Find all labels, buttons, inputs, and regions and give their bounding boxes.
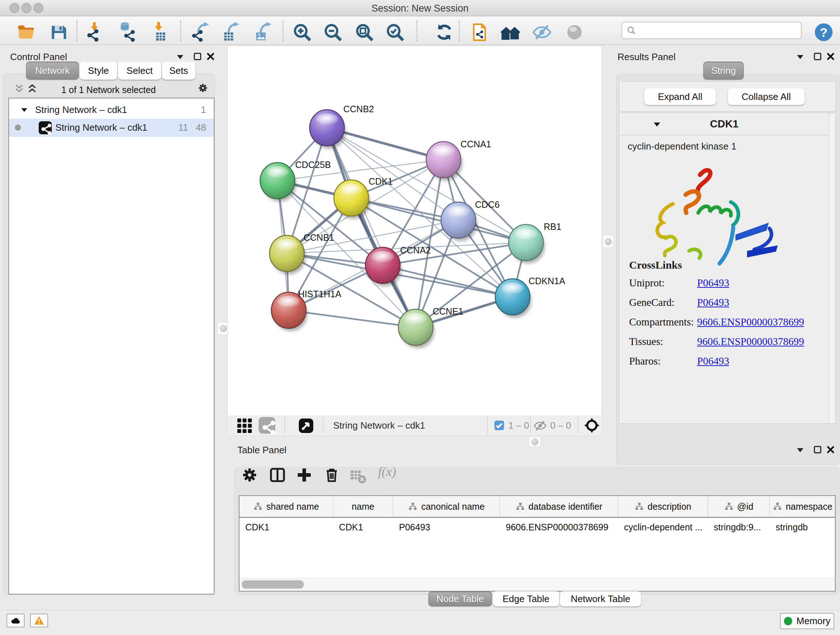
node-RB1[interactable] [508,225,545,264]
panel-float-icon[interactable] [812,444,823,455]
panel-menu-icon[interactable] [175,51,186,62]
delete-column-icon[interactable] [323,466,340,484]
node-CCNA1[interactable] [426,141,462,181]
results-scrollbar[interactable] [829,113,835,423]
panel-menu-icon[interactable] [795,445,806,455]
network-tree-row[interactable]: String Network – cdk1 11 48 [9,119,214,137]
import-table-icon[interactable] [150,22,170,42]
show-all-icon[interactable] [564,22,584,42]
node-CCNB1[interactable] [270,235,306,274]
tab-network-table[interactable]: Network Table [560,591,641,606]
save-session-icon[interactable] [49,22,69,42]
node-CDK1[interactable] [334,180,370,219]
collapse-all-button[interactable]: Collapse All [728,88,805,105]
help-icon[interactable] [813,22,834,42]
application-window: Session: New Session [0,0,840,635]
hidden-eye-icon[interactable] [533,419,547,432]
share-network-icon[interactable] [259,417,275,434]
crosslink-link[interactable]: P06493 [697,277,729,289]
function-builder-icon[interactable]: f(x) [378,464,396,479]
zoom-out-icon[interactable] [323,22,343,42]
panel-float-icon[interactable] [192,51,203,62]
cell-name[interactable]: CDK1 [333,517,393,537]
network-options-gear-icon[interactable] [197,82,208,93]
panel-close-icon[interactable] [825,444,836,455]
open-file-icon[interactable] [16,22,36,42]
column-header-shared-name[interactable]: shared name [240,496,333,517]
delete-table-icon[interactable] [349,468,366,485]
cell-database-identifier[interactable]: 9606.ENSP00000378699 [500,517,618,537]
tab-network[interactable]: Network [26,62,79,80]
cell-shared-name[interactable]: CDK1 [240,517,333,537]
selected-checkbox-icon[interactable] [493,420,505,431]
cell--id[interactable]: stringdb:9... [708,517,770,537]
node-CDC6[interactable] [441,202,477,241]
zoom-in-icon[interactable] [292,22,312,42]
expand-all-button[interactable]: Expand All [644,88,716,105]
hscrollbar-thumb[interactable] [242,580,304,589]
table-gear-icon[interactable] [241,466,258,484]
tab-select[interactable]: Select [118,62,161,80]
separator [323,417,324,434]
export-table-icon[interactable] [220,22,240,42]
birdseye-view-icon[interactable] [297,417,315,434]
column-header-description[interactable]: description [618,496,708,517]
show-columns-icon[interactable] [269,466,286,484]
crosslink-link[interactable]: 9606.ENSP00000378699 [697,316,804,328]
export-network-icon[interactable] [191,22,211,42]
column-header--id[interactable]: @id [708,496,770,517]
table-hscrollbar[interactable] [240,578,835,591]
tab-edge-table[interactable]: Edge Table [493,591,559,606]
tab-sets[interactable]: Sets [162,62,195,80]
tab-string[interactable]: String [703,62,744,80]
share-document-icon[interactable] [470,22,490,42]
homes-icon[interactable] [501,22,521,42]
cell-namespace[interactable]: stringdb [770,517,836,537]
hide-selected-icon[interactable] [532,22,552,42]
table-row[interactable]: CDK1CDK1P064939606.ENSP00000378699cyclin… [240,517,835,537]
column-header-canonical-name[interactable]: canonical name [393,496,500,517]
add-column-icon[interactable] [295,466,313,484]
panel-float-icon[interactable] [812,51,823,62]
node-CCNB2[interactable] [309,110,346,149]
tab-style[interactable]: Style [80,62,117,80]
memory-button[interactable]: Memory [780,613,834,629]
search-input[interactable] [622,22,802,39]
export-image-icon[interactable] [253,22,273,42]
crosslink-link[interactable]: P06493 [697,296,729,309]
status-bar: Memory [0,610,840,635]
cell-canonical-name[interactable]: P06493 [393,517,500,537]
network-canvas[interactable]: CCNB2CCNA1CDC25BCDK1CDC6RB1CCNB1CCNA2CDK… [227,46,602,416]
panel-close-icon[interactable] [205,51,216,62]
column-header-namespace[interactable]: namespace [770,496,836,517]
node-CDC25B[interactable] [260,163,296,202]
grid-view-icon[interactable] [236,417,253,434]
panel-menu-icon[interactable] [795,51,806,62]
result-section-header[interactable]: CDK1 [620,113,829,135]
network-selected-status: 1 of 1 Network selected [0,85,217,95]
node-CCNA2[interactable] [365,247,401,287]
crosslink-link[interactable]: 9606.ENSP00000378699 [697,336,804,348]
zoom-fit-icon[interactable] [354,22,374,42]
node-CCNE1[interactable] [398,309,434,348]
column-header-database-identifier[interactable]: database identifier [500,496,618,517]
network-graph[interactable]: CCNB2CCNA1CDC25BCDK1CDC6RB1CCNB1CCNA2CDK… [227,46,602,415]
node-label-CCNB2: CCNB2 [343,104,374,114]
zoom-selected-icon[interactable] [385,22,405,42]
fit-content-crosshair-icon[interactable] [583,417,600,434]
edge-HIST1H1A-CCNE1[interactable] [289,310,416,327]
panel-close-icon[interactable] [825,51,836,62]
network-tree-root-row[interactable]: String Network – cdk1 1 [9,101,214,119]
cloud-status-button[interactable] [6,614,25,627]
cell-description[interactable]: cyclin-dependent ... [618,517,708,537]
import-network-icon[interactable] [86,22,106,42]
column-header-name[interactable]: name [333,496,393,517]
results-buttons-box: Expand All Collapse All [619,81,836,111]
right-splitter-handle[interactable] [603,235,614,248]
node-CDKN1A[interactable] [495,279,531,318]
tab-node-table[interactable]: Node Table [428,591,492,606]
refresh-icon[interactable] [434,22,454,42]
import-network-from-database-icon[interactable] [117,22,137,42]
warnings-button[interactable] [30,614,48,627]
crosslink-link[interactable]: P06493 [697,355,729,367]
